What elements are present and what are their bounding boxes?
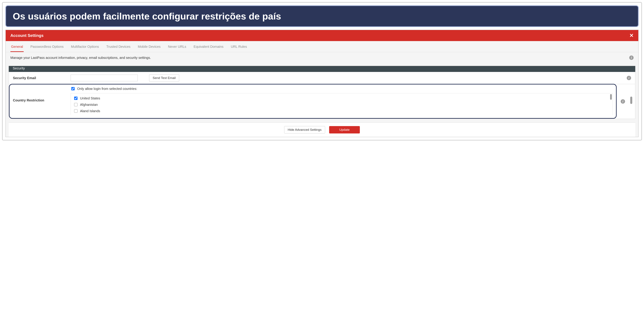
scrollbar-thumb-icon[interactable] — [630, 97, 632, 104]
hide-advanced-settings-button[interactable]: Hide Advanced Settings — [284, 126, 325, 133]
section-header-security: Security — [9, 66, 635, 72]
annotation-banner: Os usuários podem facilmente configurar … — [5, 5, 639, 27]
info-icon[interactable]: i — [621, 99, 625, 104]
tab-general[interactable]: General — [10, 41, 24, 52]
only-allow-login-label: Only allow login from selected countries… — [77, 87, 137, 91]
tab-mobile-devices[interactable]: Mobile Devices — [137, 41, 162, 52]
modal-footer: Hide Advanced Settings Update — [9, 123, 635, 137]
update-button[interactable]: Update — [329, 126, 360, 133]
tab-trusted-devices[interactable]: Trusted Devices — [106, 41, 131, 52]
country-name: Afghanistan — [80, 103, 98, 107]
tab-equivalent-domains[interactable]: Equivalent Domains — [193, 41, 224, 52]
only-allow-login-checkbox[interactable] — [71, 87, 75, 90]
tab-description: Manage your LastPass account information… — [10, 56, 151, 60]
country-item: Albania — [74, 114, 610, 115]
country-name: United States — [80, 96, 100, 100]
security-email-input[interactable] — [70, 75, 138, 81]
tabs-bar: General Passwordless Options Multifactor… — [6, 41, 638, 52]
annotation-banner-text: Os usuários podem facilmente configurar … — [13, 11, 281, 21]
tab-description-row: Manage your LastPass account information… — [6, 52, 638, 66]
security-email-label: Security Email — [13, 76, 66, 80]
section-header-label: Security — [13, 66, 25, 70]
tab-url-rules[interactable]: URL Rules — [230, 41, 248, 52]
country-restriction-row: Country Restriction Only allow login fro… — [9, 84, 635, 119]
tab-passwordless-options[interactable]: Passwordless Options — [30, 41, 64, 52]
country-checkbox-afghanistan[interactable] — [74, 103, 78, 106]
country-checkbox-united-states[interactable] — [74, 97, 78, 100]
send-test-email-button[interactable]: Send Test Email — [149, 74, 179, 82]
settings-section: Security Security Email Send Test Email … — [9, 66, 635, 119]
country-item: Aland Islands — [74, 108, 610, 114]
country-restriction-label: Country Restriction — [13, 98, 66, 102]
country-restriction-controls: Only allow login from selected countries… — [70, 85, 613, 115]
modal-title: Account Settings — [10, 33, 44, 38]
page-container: Os usuários podem facilmente configurar … — [2, 2, 642, 140]
only-allow-toggle-row: Only allow login from selected countries… — [70, 85, 613, 92]
info-icon[interactable]: i — [627, 76, 631, 80]
country-list[interactable]: United States Afghanistan Aland Islands — [70, 93, 613, 115]
country-item: Afghanistan — [74, 101, 610, 108]
close-icon[interactable]: ✕ — [630, 33, 634, 38]
country-checkbox-aland-islands[interactable] — [74, 109, 78, 113]
tab-multifactor-options[interactable]: Multifactor Options — [70, 41, 100, 52]
country-restriction-highlight: Country Restriction Only allow login fro… — [9, 84, 617, 119]
country-item: United States — [74, 95, 610, 101]
tab-never-urls[interactable]: Never URLs — [167, 41, 187, 52]
security-email-row: Security Email Send Test Email i — [9, 72, 635, 84]
country-name: Aland Islands — [80, 109, 100, 113]
account-settings-modal: Account Settings ✕ General Passwordless … — [5, 30, 639, 137]
info-icon[interactable]: i — [629, 55, 634, 60]
modal-header: Account Settings ✕ — [6, 30, 638, 41]
